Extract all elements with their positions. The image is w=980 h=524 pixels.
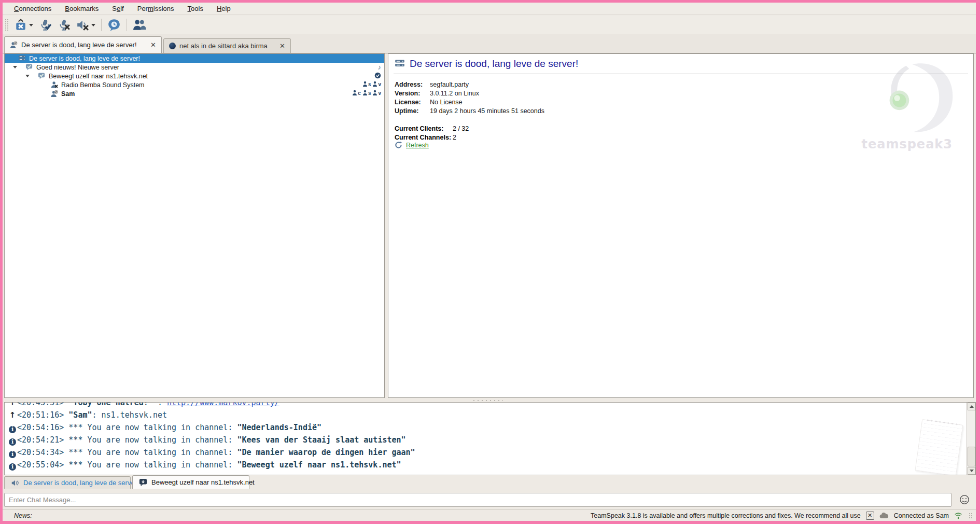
chevron-down-icon — [91, 24, 95, 26]
scroll-up-button[interactable] — [968, 403, 975, 410]
menu-help[interactable]: Help — [217, 5, 231, 12]
chat-line: <20:51:16> "Sam": ns1.tehsvk.net — [8, 409, 975, 421]
tree-user-row-self[interactable]: Sam c s v — [5, 89, 384, 98]
tree-user-row[interactable]: Radio Bemba Sound System s v — [5, 80, 384, 89]
server-info-panel: teamspeak3 De server is dood, lang leve … — [388, 53, 974, 398]
server-tab-bar: De server is dood, lang leve de server! … — [3, 34, 976, 53]
microphone-muted-icon — [57, 19, 71, 31]
menu-bar: Connections Bookmarks Self Permissions T… — [3, 3, 976, 15]
uptime-value: 19 days 2 hours 45 minutes 51 seconds — [430, 107, 544, 115]
teamspeak-logo-watermark — [884, 58, 959, 141]
user-muted-icon — [50, 90, 59, 98]
update-message: TeamSpeak 3.1.8 is available and offers … — [591, 512, 861, 519]
tree-server-row[interactable]: De server is dood, lang leve de server! — [5, 54, 384, 63]
contacts-button[interactable] — [131, 18, 148, 32]
chat-line: <20:54:21> *** You are now talking in ch… — [8, 434, 975, 446]
disconnect-icon — [15, 19, 27, 31]
title-divider — [394, 74, 968, 74]
toolbar-separator — [101, 19, 102, 31]
away-bubble-icon — [107, 18, 121, 32]
uptime-label: Uptime: — [395, 107, 430, 115]
refresh-link[interactable]: Refresh — [406, 142, 429, 149]
chat-scrollbar[interactable] — [967, 403, 975, 475]
current-clients-label: Current Clients: — [395, 125, 453, 132]
client-badge: c — [352, 90, 361, 96]
collapse-arrow-icon[interactable] — [25, 75, 30, 77]
activate-microphone-button[interactable] — [37, 18, 53, 32]
check-circle-icon — [374, 72, 381, 79]
toolbar-grip[interactable] — [5, 19, 9, 31]
user-muted-icon — [10, 41, 18, 49]
user-name: Sam — [61, 90, 75, 98]
server-name: De server is dood, lang leve de server! — [29, 55, 140, 62]
menu-bookmarks[interactable]: Bookmarks — [65, 5, 99, 12]
contacts-icon — [133, 19, 146, 31]
server-tab-inactive[interactable]: net als in de sittard aka birma ✕ — [163, 38, 291, 53]
outgoing-arrow-icon — [8, 402, 17, 409]
server-group-badge: s — [362, 81, 371, 87]
disconnect-button[interactable] — [13, 18, 35, 32]
collapse-arrow-icon[interactable] — [13, 66, 17, 68]
resize-grip[interactable] — [969, 513, 973, 519]
close-icon[interactable]: ✕ — [150, 41, 156, 49]
teamspeak-window: Connections Bookmarks Self Permissions T… — [0, 0, 980, 524]
channel-name: Beweegt uzelf naar ns1.tehsvk.net — [49, 73, 148, 80]
current-clients-value: 2 / 32 — [453, 125, 469, 132]
toolbar-separator — [127, 19, 127, 31]
teamspeak-wordmark: teamspeak3 — [861, 137, 953, 151]
info-icon — [9, 463, 16, 471]
menu-connections[interactable]: Connections — [14, 5, 51, 12]
arrow-down-icon — [970, 470, 974, 472]
server-tab-label: net als in de sittard aka birma — [179, 42, 268, 50]
away-button[interactable] — [106, 17, 122, 33]
version-label: Version: — [395, 90, 430, 97]
chat-log[interactable]: <20:45:51> "Toby one hatred!" : http://w… — [4, 402, 976, 475]
server-tree: De server is dood, lang leve de server! … — [4, 53, 385, 398]
chat-link[interactable]: http://www.markov.party/ — [167, 402, 279, 407]
current-channels-value: 2 — [453, 134, 456, 141]
cloud-icon — [879, 512, 889, 519]
chat-tab-label: Beweegt uzelf naar ns1.tehsvk.net — [151, 478, 255, 486]
chat-line: <20:45:51> "Toby one hatred!" : http://w… — [8, 402, 975, 409]
status-bar: News: TeamSpeak 3.1.8 is available and o… — [3, 509, 976, 521]
notepad-watermark — [915, 419, 963, 475]
license-label: License: — [395, 99, 430, 106]
info-icon — [9, 451, 16, 458]
scroll-down-button[interactable] — [968, 467, 975, 475]
chat-tab-label: De server is dood, lang leve de server! — [23, 479, 139, 487]
speaker-muted-icon — [76, 19, 89, 31]
chat-tab-channel[interactable]: Beweegt uzelf naar ns1.tehsvk.net — [132, 475, 249, 489]
tree-channel-row[interactable]: Goed nieuws! Nieuwe server ♪ — [5, 63, 384, 72]
server-icon — [18, 54, 26, 62]
chat-tab-server[interactable]: De server is dood, lang leve de server! — [4, 476, 131, 489]
server-tab-active[interactable]: De server is dood, lang leve de server! … — [4, 36, 162, 53]
server-info-title: De server is dood, lang leve de server! — [410, 58, 578, 70]
chat-input-row — [3, 491, 976, 508]
menu-permissions[interactable]: Permissions — [137, 5, 174, 12]
dismiss-update-button[interactable]: ✕ — [866, 512, 874, 520]
channel-group-badge: v — [372, 90, 381, 96]
menu-self[interactable]: Self — [112, 5, 123, 12]
chat-message-input[interactable] — [4, 493, 951, 507]
news-label: News: — [14, 512, 32, 519]
menu-tools[interactable]: Tools — [188, 5, 203, 12]
mute-microphone-button[interactable] — [55, 18, 72, 32]
user-mic-muted-icon — [50, 81, 59, 89]
refresh-icon — [395, 141, 402, 149]
server-icon — [395, 59, 405, 69]
address-value: segfault.party — [430, 81, 469, 88]
server-tab-label: De server is dood, lang leve de server! — [21, 41, 137, 49]
close-icon[interactable]: ✕ — [279, 42, 285, 50]
scrollbar-thumb[interactable] — [968, 447, 975, 466]
emoticon-button[interactable] — [959, 494, 970, 505]
chevron-down-icon — [29, 24, 33, 26]
info-icon — [9, 426, 16, 433]
chat-tab-bar: De server is dood, lang leve de server! … — [3, 475, 976, 489]
splitter-handle[interactable] — [472, 399, 503, 401]
mute-speakers-button[interactable] — [74, 18, 97, 32]
chat-line: <20:55:04> *** You are now talking in ch… — [8, 459, 975, 471]
tree-channel-row[interactable]: Beweegt uzelf naar ns1.tehsvk.net — [5, 72, 384, 80]
outgoing-arrow-icon — [8, 409, 17, 421]
address-label: Address: — [395, 81, 430, 88]
channel-group-badge: v — [372, 81, 381, 87]
